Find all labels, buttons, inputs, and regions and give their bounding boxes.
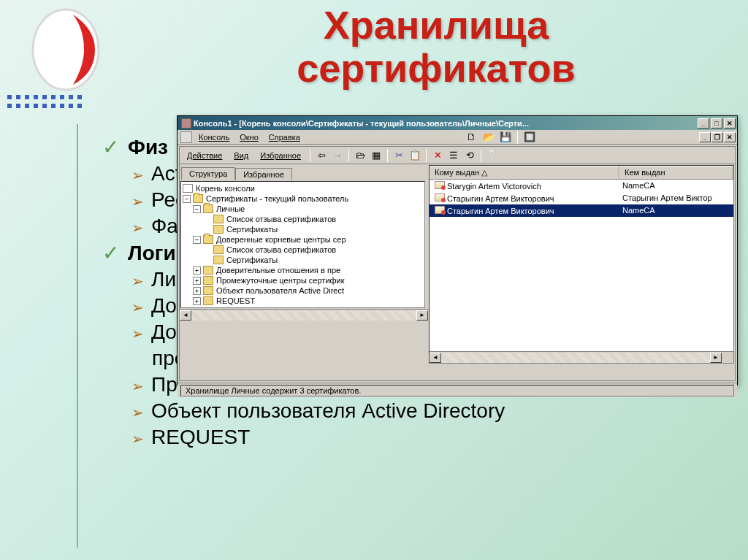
save-icon[interactable]: 💾: [498, 131, 513, 144]
certificate-icon: [435, 181, 445, 189]
expand-icon[interactable]: −: [193, 236, 201, 244]
decorative-dots: [7, 95, 83, 110]
inner-window: Действие Вид Избранное ⇦ → 🗁 ▦ ✂ 📋 ✕ ☰ ⟲…: [179, 146, 736, 381]
scroll-right-icon[interactable]: ►: [710, 353, 722, 363]
tree-tabbar: Структура Избранное: [180, 164, 428, 180]
folder-icon: [193, 194, 203, 203]
list-row[interactable]: Starygin Artem Victorovich NameCA: [430, 180, 733, 192]
tree-root[interactable]: Корень консоли: [196, 184, 255, 193]
forward-icon[interactable]: →: [330, 149, 345, 162]
menu-console[interactable]: Консоль: [194, 131, 234, 143]
folder-icon: [203, 235, 213, 244]
folder-icon: [203, 276, 213, 285]
resize-corner[interactable]: [722, 352, 733, 364]
statusbar: Хранилище Личные содержит 3 сертификатов…: [178, 383, 737, 397]
list-row-selected[interactable]: Старыгин Артем Викторович NameCA: [430, 204, 733, 217]
refresh-icon[interactable]: ⟲: [462, 149, 477, 162]
app-icon: [181, 118, 191, 129]
list-hscroll[interactable]: ◄ ►: [430, 351, 733, 363]
minimize-button[interactable]: _: [698, 118, 709, 129]
up-icon[interactable]: 🗁: [353, 149, 367, 162]
tree-revlist2[interactable]: Список отзыва сертификатов: [226, 245, 336, 254]
folder-icon: [213, 245, 224, 254]
tree-personal[interactable]: Личные: [216, 204, 245, 213]
scroll-left-icon[interactable]: ◄: [430, 353, 441, 363]
expand-icon[interactable]: −: [193, 205, 201, 213]
inner-restore-button[interactable]: ❐: [711, 132, 723, 142]
tree-ad-object[interactable]: Объект пользователя Active Direct: [216, 286, 344, 295]
expand-icon[interactable]: +: [193, 287, 201, 295]
mmc-window: Консоль1 - [Корень консоли\Сертификаты -…: [177, 115, 738, 386]
menu-window[interactable]: Окно: [234, 131, 264, 143]
scroll-left-icon[interactable]: ◄: [180, 310, 191, 321]
tab-favorites[interactable]: Избранное: [235, 168, 292, 180]
folder-icon: [213, 225, 224, 234]
slide-logo: [29, 7, 102, 91]
inner-close-button[interactable]: ✕: [724, 132, 736, 142]
tree-cert-user[interactable]: Сертификаты - текущий пользователь: [206, 194, 348, 203]
inner-minimize-button[interactable]: _: [699, 132, 711, 142]
expand-icon[interactable]: +: [193, 277, 201, 285]
col-issued-by[interactable]: Кем выдан: [619, 166, 733, 179]
new-icon[interactable]: 🗋: [465, 131, 479, 144]
tree-certs[interactable]: Сертификаты: [226, 225, 278, 234]
menu-favorites[interactable]: Избранное: [255, 150, 306, 161]
window-titlebar[interactable]: Консоль1 - [Корень консоли\Сертификаты -…: [178, 116, 737, 130]
tree-pane[interactable]: Корень консоли −Сертификаты - текущий по…: [180, 181, 425, 308]
maximize-button[interactable]: □: [711, 118, 722, 129]
list-body: Starygin Artem Victorovich NameCA Старыг…: [430, 180, 733, 351]
expand-icon[interactable]: +: [193, 266, 201, 275]
tree-hscroll[interactable]: ◄ ►: [180, 309, 428, 321]
folder-icon: [213, 256, 224, 264]
slide-title: Хранилища сертификатов: [146, 4, 726, 91]
menu-action[interactable]: Действие: [182, 150, 227, 161]
list-row[interactable]: Старыгин Артем Викторович Старыгин Артем…: [430, 192, 733, 204]
tree-request[interactable]: REQUEST: [216, 296, 255, 305]
properties-icon[interactable]: 🔲: [522, 131, 537, 144]
list-pane[interactable]: Кому выдан △ Кем выдан Starygin Artem Vi…: [429, 165, 734, 364]
decorative-vline: [77, 124, 78, 548]
help-icon[interactable]: ❔: [485, 149, 500, 162]
back-icon[interactable]: ⇦: [314, 149, 329, 162]
expand-icon[interactable]: −: [183, 195, 191, 203]
menubar-outer: Консоль Окно Справка 🗋 📂 💾 🔲 _ ❐ ✕: [178, 130, 737, 145]
list-icon[interactable]: ▦: [369, 149, 383, 162]
certificate-icon: [435, 206, 445, 214]
list-header: Кому выдан △ Кем выдан: [430, 166, 733, 180]
close-button[interactable]: ✕: [724, 118, 736, 129]
tree-trusted-root[interactable]: Доверенные корневые центры сер: [216, 235, 346, 244]
tree-certs2[interactable]: Сертификаты: [226, 256, 278, 264]
folder-icon: [203, 266, 213, 275]
col-issued-to[interactable]: Кому выдан △: [430, 166, 619, 179]
tree-revlist[interactable]: Список отзыва сертификатов: [226, 215, 336, 223]
tree-trust-rel[interactable]: Доверительные отношения в пре: [216, 266, 340, 275]
console-root-icon: [183, 184, 193, 193]
copy-icon[interactable]: 📋: [408, 149, 422, 162]
expand-icon[interactable]: +: [193, 297, 201, 305]
system-menu-icon[interactable]: [180, 131, 192, 143]
tab-structure[interactable]: Структура: [181, 167, 235, 180]
open-icon[interactable]: 📂: [481, 131, 496, 144]
toolbar: Действие Вид Избранное ⇦ → 🗁 ▦ ✂ 📋 ✕ ☰ ⟲…: [180, 147, 735, 164]
folder-icon: [213, 215, 224, 223]
delete-icon[interactable]: ✕: [430, 149, 445, 162]
folder-icon: [203, 204, 213, 213]
menu-help[interactable]: Справка: [264, 131, 305, 143]
cut-icon[interactable]: ✂: [392, 149, 406, 162]
status-text: Хранилище Личные содержит 3 сертификатов…: [180, 385, 734, 396]
tree-intermediate[interactable]: Промежуточные центры сертифик: [216, 276, 345, 285]
properties2-icon[interactable]: ☰: [446, 149, 461, 162]
folder-icon: [203, 286, 213, 295]
scroll-right-icon[interactable]: ►: [416, 310, 428, 321]
window-title: Консоль1 - [Корень консоли\Сертификаты -…: [194, 119, 698, 128]
folder-icon: [203, 296, 213, 305]
menu-view[interactable]: Вид: [229, 150, 253, 161]
certificate-icon: [435, 193, 445, 202]
